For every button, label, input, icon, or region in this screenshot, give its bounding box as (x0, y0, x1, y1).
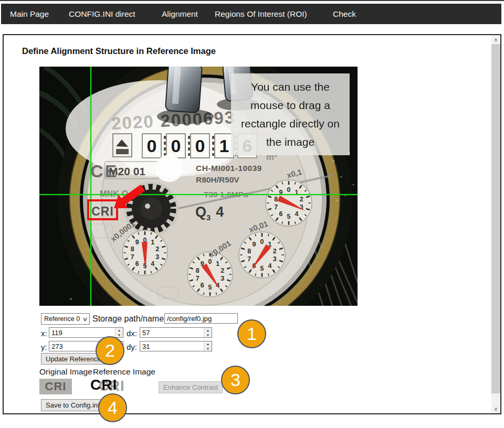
svg-text:0: 0 (260, 238, 264, 245)
svg-text:3: 3 (155, 253, 159, 261)
dy-spinner: ▲ ▼ (204, 341, 212, 351)
dy-spin-up-icon[interactable]: ▲ (204, 341, 212, 346)
svg-text:3: 3 (220, 275, 224, 282)
svg-text:1: 1 (219, 136, 229, 156)
reference-image-canvas[interactable]: 20202000693 0 0 0 1 6 (39, 67, 358, 306)
svg-text:5: 5 (208, 284, 212, 291)
x-label: x: (41, 329, 47, 338)
svg-text:4: 4 (268, 262, 272, 270)
nav-item-config-ini[interactable]: CONFIG.INI direct (69, 4, 135, 24)
reference-select[interactable]: Reference 0 ∨ (41, 313, 90, 325)
dx-spin-up-icon[interactable]: ▲ (204, 328, 212, 333)
svg-text:3: 3 (273, 255, 277, 263)
nav-bar: Main Page CONFIG.INI direct Alignment Re… (1, 4, 501, 24)
chevron-down-icon: ∨ (82, 316, 88, 323)
y-label: y: (41, 343, 47, 351)
vertical-scrollbar[interactable]: ∧ ∨ (491, 35, 500, 413)
svg-text:0: 0 (287, 186, 291, 194)
step-annotation-1: 1 (237, 319, 266, 348)
alignment-page: Main Page CONFIG.INI direct Alignment Re… (0, 0, 504, 428)
svg-text:7: 7 (196, 275, 200, 282)
nav-item-alignment[interactable]: Alignment (162, 4, 198, 24)
nav-item-main-page[interactable]: Main Page (10, 4, 49, 24)
dy-input[interactable] (140, 341, 212, 351)
svg-text:1: 1 (151, 239, 154, 246)
svg-text:0: 0 (147, 136, 157, 156)
svg-text:9: 9 (135, 239, 139, 246)
svg-text:0: 0 (171, 136, 181, 156)
step-annotation-2: 2 (96, 336, 124, 365)
nav-item-check[interactable]: Check (333, 4, 356, 24)
svg-text:7: 7 (131, 253, 134, 261)
crosshair-horizontal-line (39, 194, 358, 195)
original-image-label: Original Image (39, 367, 92, 377)
svg-text:5: 5 (287, 213, 291, 220)
step-annotation-3: 3 (221, 366, 250, 394)
svg-text:4: 4 (295, 210, 299, 218)
x-spin-up-icon[interactable]: ▲ (115, 328, 123, 333)
save-to-config-button[interactable]: Save to Config.ini (41, 399, 104, 411)
dx-label: dx: (127, 329, 137, 338)
svg-text:1: 1 (216, 260, 219, 268)
x-spin-down-icon[interactable]: ▼ (115, 333, 123, 337)
reference-select-value: Reference 0 (44, 315, 80, 323)
svg-text:0: 0 (195, 136, 205, 156)
dx-input[interactable] (140, 327, 212, 338)
svg-text:9: 9 (253, 241, 256, 248)
cri-reference-crop: CRI CRI (90, 376, 129, 395)
cri-print: CRI (91, 205, 114, 218)
scroll-up-icon[interactable]: ∧ (491, 35, 500, 44)
dx-spinner: ▲ ▼ (204, 328, 212, 337)
dy-label: dy: (127, 343, 137, 351)
dy-spin-down-icon[interactable]: ▼ (204, 346, 212, 351)
svg-text:2: 2 (220, 267, 224, 274)
svg-text:2: 2 (273, 248, 277, 255)
svg-text:7: 7 (274, 204, 278, 211)
svg-text:5: 5 (260, 265, 264, 272)
x-spinner: ▲ ▼ (115, 328, 123, 337)
svg-text:0: 0 (208, 258, 212, 265)
svg-text:8: 8 (274, 196, 278, 203)
enhance-contrast-button[interactable]: Enhance Contrast (159, 381, 223, 393)
scrollbar-thumb[interactable] (491, 44, 500, 393)
scroll-down-icon[interactable]: ∨ (491, 404, 500, 413)
page-title: Define Alignment Structure in Reference … (22, 46, 216, 56)
crosshair-vertical-line (90, 67, 91, 306)
svg-text:M20 01: M20 01 (109, 165, 145, 177)
svg-text:2: 2 (155, 245, 159, 253)
nav-item-roi[interactable]: Regions Of Interest (ROI) (215, 4, 307, 24)
drag-hint-overlay: You can use the mouse to drag a rectangl… (231, 73, 350, 155)
cri-main-text: CRI (90, 377, 117, 393)
svg-text:6: 6 (279, 210, 283, 218)
svg-text:8: 8 (196, 267, 200, 274)
svg-text:8: 8 (247, 248, 251, 255)
svg-text:7: 7 (247, 255, 251, 263)
storage-path-label: Storage path/name: (92, 314, 166, 324)
ratio-code: R80H/R50V (196, 175, 239, 184)
step-annotation-4: 4 (98, 393, 127, 422)
glare-spot (155, 155, 183, 182)
svg-text:3: 3 (300, 204, 303, 211)
svg-text:4: 4 (151, 260, 154, 268)
svg-text:2: 2 (300, 196, 303, 203)
storage-path-input[interactable] (164, 313, 238, 324)
svg-text:8: 8 (131, 245, 134, 253)
svg-text:6: 6 (201, 282, 204, 289)
window-top-edge (0, 0, 504, 1)
dx-spin-down-icon[interactable]: ▼ (204, 333, 212, 337)
svg-text:6: 6 (135, 260, 139, 268)
cri-original-crop: CRI (39, 379, 72, 394)
model-code: CH-MI001-10039 (196, 164, 262, 173)
